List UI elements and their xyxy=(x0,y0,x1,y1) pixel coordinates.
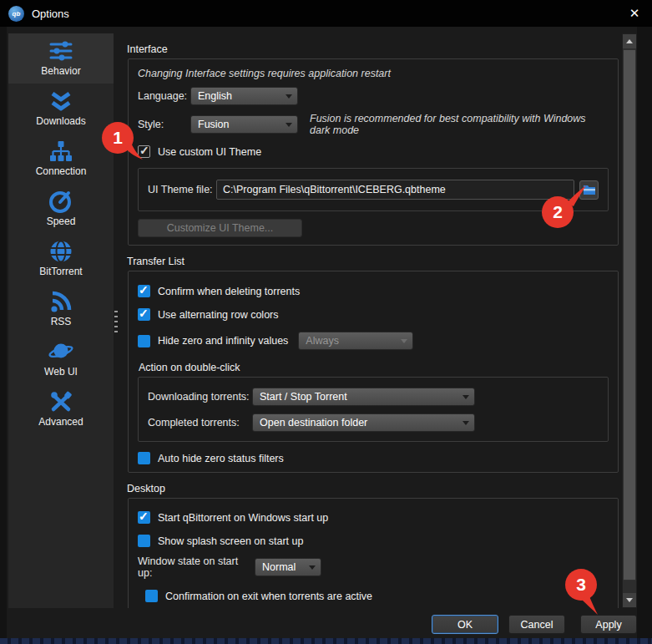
sidebar-item-label: RSS xyxy=(51,316,72,327)
downloading-action-value: Start / Stop Torrent xyxy=(260,391,457,403)
checkbox-hide-zero-values[interactable]: Hide zero and infinity values Always xyxy=(138,332,609,350)
sidebar-item-label: Behavior xyxy=(41,65,80,77)
theme-file-label: UI Theme file: xyxy=(148,184,216,195)
language-selected-value: English xyxy=(198,90,281,102)
completed-action-select[interactable]: Open destination folder xyxy=(252,413,475,432)
network-icon xyxy=(48,139,73,164)
section-title-interface: Interface xyxy=(127,43,621,55)
gauge-icon xyxy=(48,189,73,214)
window-state-value: Normal xyxy=(262,561,304,573)
theme-file-group-box: UI Theme file: xyxy=(138,168,609,211)
dialog-button-bar: OK Cancel Apply xyxy=(7,608,637,638)
callout-badge-3: 3 xyxy=(559,566,609,616)
checkbox-indicator xyxy=(138,335,150,347)
callout-badge-1: 1 xyxy=(98,118,148,168)
style-select[interactable]: Fusion xyxy=(190,115,298,134)
chevron-down-icon xyxy=(286,123,292,127)
section-title-transfer-list: Transfer List xyxy=(127,256,621,267)
checkbox-confirm-on-exit[interactable]: Confirmation on exit when torrents are a… xyxy=(145,590,609,602)
triangle-up-icon xyxy=(626,39,633,43)
triangle-down-icon xyxy=(626,598,633,602)
style-note: Fusion is recommended for best compatibi… xyxy=(310,113,609,136)
scrollbar-thumb[interactable] xyxy=(623,49,636,581)
checkbox-confirm-when-deleting[interactable]: Confirm when deleting torrents xyxy=(138,285,609,297)
theme-file-input[interactable] xyxy=(216,180,574,200)
checkbox-label: Confirmation on exit when torrents are a… xyxy=(165,591,372,602)
completed-action-value: Open destination folder xyxy=(260,417,457,428)
checkbox-label: Use alternating row colors xyxy=(158,309,279,321)
checkbox-label: Confirm when deleting torrents xyxy=(158,286,300,297)
sidebar-item-behavior[interactable]: Behavior xyxy=(8,33,114,84)
chevron-down-icon xyxy=(286,94,292,99)
sidebar-item-advanced[interactable]: Advanced xyxy=(8,384,114,434)
badge-number: 3 xyxy=(576,575,586,594)
checkbox-indicator xyxy=(138,452,150,464)
background-window-edge xyxy=(0,638,652,644)
section-title-desktop: Desktop xyxy=(127,483,621,494)
rss-icon xyxy=(48,289,73,314)
settings-scroll-area: Interface Changing Interface settings re… xyxy=(122,33,621,608)
double-chevron-down-icon xyxy=(48,89,73,114)
badge-number: 2 xyxy=(553,202,563,221)
qbittorrent-logo-icon: qb xyxy=(8,6,24,22)
checkbox-show-splash-screen[interactable]: Show splash screen on start up xyxy=(138,535,609,547)
checkbox-indicator xyxy=(145,590,158,602)
downloading-torrents-label: Downloading torrents: xyxy=(148,391,252,403)
chevron-down-icon xyxy=(401,339,407,343)
checkbox-label: Hide zero and infinity values xyxy=(158,335,288,347)
checkbox-label: Start qBittorrent on Windows start up xyxy=(158,512,328,524)
tools-icon xyxy=(48,389,73,414)
sidebar-item-label: Speed xyxy=(47,216,76,227)
restart-note: Changing Interface settings requires app… xyxy=(138,68,609,79)
checkbox-indicator xyxy=(138,285,150,297)
sidebar-item-rss[interactable]: RSS xyxy=(8,284,114,334)
sidebar-item-speed[interactable]: Speed xyxy=(8,184,114,234)
cancel-button[interactable]: Cancel xyxy=(508,615,565,634)
sidebar-item-label: Advanced xyxy=(38,416,83,428)
checkbox-indicator xyxy=(138,535,150,547)
sidebar-item-label: Downloads xyxy=(36,115,85,127)
callout-badge-2: 2 xyxy=(539,180,589,231)
transfer-list-group-box: Confirm when deleting torrents Use alter… xyxy=(128,271,619,473)
sliders-icon xyxy=(48,38,73,63)
ok-button[interactable]: OK xyxy=(432,615,498,634)
checkbox-indicator xyxy=(138,511,150,524)
titlebar: qb Options ✕ xyxy=(0,0,652,27)
window-title: Options xyxy=(32,8,69,20)
sidebar-item-label: Web UI xyxy=(44,366,78,378)
checkbox-label: Auto hide zero status filters xyxy=(158,453,284,464)
checkbox-alternating-row-colors[interactable]: Use alternating row colors xyxy=(138,308,609,321)
customize-ui-theme-button[interactable]: Customize UI Theme... xyxy=(138,219,302,237)
language-select[interactable]: English xyxy=(190,87,298,105)
window-state-select[interactable]: Normal xyxy=(255,558,321,576)
chevron-down-icon xyxy=(462,395,469,399)
scroll-down-button[interactable] xyxy=(623,593,636,607)
completed-torrents-label: Completed torrents: xyxy=(148,417,252,428)
desktop-group-box: Start qBittorrent on Windows start up Sh… xyxy=(128,498,619,608)
checkbox-label: Use custom UI Theme xyxy=(158,146,261,158)
checkbox-auto-hide-status-filters[interactable]: Auto hide zero status filters xyxy=(138,452,609,464)
hide-zero-selected-value: Always xyxy=(306,335,396,347)
globe-icon xyxy=(48,239,73,264)
checkbox-label: Show splash screen on start up xyxy=(158,535,303,547)
badge-number: 1 xyxy=(113,128,123,147)
planet-icon xyxy=(48,339,73,364)
chevron-down-icon xyxy=(309,565,316,570)
sidebar-item-label: BitTorrent xyxy=(39,266,82,277)
apply-button[interactable]: Apply xyxy=(580,615,637,634)
checkbox-start-on-windows-startup[interactable]: Start qBittorrent on Windows start up xyxy=(138,511,609,524)
sidebar-item-bittorrent[interactable]: BitTorrent xyxy=(8,234,114,284)
style-selected-value: Fusion xyxy=(198,119,281,130)
sidebar-item-label: Connection xyxy=(36,165,87,177)
double-click-group-box: Downloading torrents: Start / Stop Torre… xyxy=(138,377,609,442)
checkbox-use-custom-ui-theme[interactable]: Use custom UI Theme xyxy=(138,145,609,158)
language-label: Language: xyxy=(138,90,190,102)
sidebar-item-webui[interactable]: Web UI xyxy=(8,334,114,384)
downloading-action-select[interactable]: Start / Stop Torrent xyxy=(252,388,475,406)
vertical-scrollbar[interactable] xyxy=(622,33,637,608)
checkbox-indicator xyxy=(138,308,150,321)
scroll-up-button[interactable] xyxy=(623,34,636,48)
close-icon[interactable]: ✕ xyxy=(622,0,647,27)
window-state-label: Window state on start up: xyxy=(138,555,255,579)
sidebar-splitter-handle[interactable] xyxy=(114,311,118,336)
